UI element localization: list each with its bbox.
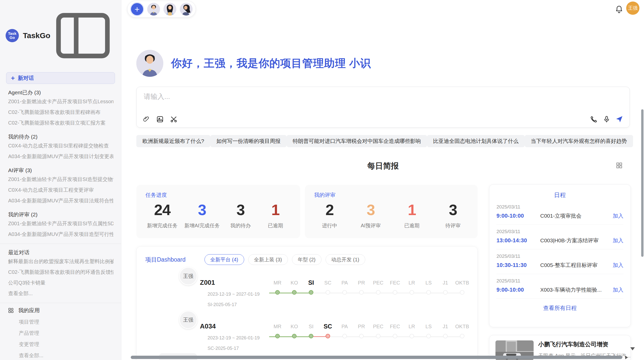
voice-call-icon[interactable] [590, 115, 598, 123]
milestone-label: FEC [387, 322, 403, 331]
event-join-link[interactable]: 加入 [613, 262, 623, 269]
new-chat-label: 新对话 [18, 74, 34, 82]
milestone-label: PEC [370, 278, 387, 287]
sidebar-section-header[interactable]: Agent已办 (3) [8, 89, 113, 96]
attach-file-icon[interactable] [142, 115, 150, 123]
milestone-label: OKTB [454, 278, 471, 287]
sidebar: Task Go TaskGo + 新对话 Agent已办 (3) Z001-全新… [0, 0, 121, 360]
schedule-event: 2025/03/11 9:00-10:00 X003-车辆动力学性能验... 加… [496, 274, 623, 299]
chat-input[interactable] [143, 92, 551, 108]
sidebar-task-item[interactable]: A034-全新新能源MUV产品开发项目造型可行性评审 [8, 229, 113, 239]
insert-image-icon[interactable] [156, 115, 164, 123]
sidebar-task-item[interactable]: Z001-全新燃油轻卡产品开发项目SI节点属性5D文件评审 [8, 218, 113, 229]
microphone-icon[interactable] [603, 115, 611, 123]
milestone-dot [393, 290, 397, 295]
sidebar-submenu-item[interactable]: 查看全部... [19, 350, 121, 360]
event-date: 2025/03/11 [496, 204, 623, 210]
stat-value: 3 [439, 201, 467, 219]
vertical-scrollbar[interactable] [641, 109, 643, 257]
event-join-link[interactable]: 加入 [613, 212, 623, 219]
milestone-label: OKTB [454, 322, 471, 331]
stat-cards: 任务进度 24 新增完成任务 3 新增AI完成任务 3 我的待办 1 已逾期 我… [136, 185, 478, 238]
project-dates: 2023-12-19 ~ 2026-01-19 [208, 335, 260, 341]
project-row[interactable]: 王强 Z001 2023-12-19 ~ 2027-01-19 SI-2025-… [145, 278, 470, 309]
agent-avatar[interactable] [147, 3, 160, 16]
collapse-sidebar-icon[interactable] [50, 3, 115, 68]
milestone: J1 [437, 322, 454, 338]
sidebar-menu-group: 我的应用 项目管理产品管理变更管理查看全部... [0, 305, 121, 360]
sidebar-recent-chat-item[interactable]: 查看全部... [8, 288, 113, 299]
notification-bell-icon[interactable] [614, 5, 624, 14]
sidebar-section: Agent已办 (3) Z001-全新燃油皮卡产品开发项目SI节点Lesson … [0, 89, 121, 128]
milestone-label: FEC [387, 278, 403, 287]
suggestion-chip[interactable]: 特朗普可能对进口汽车增税会对中国车企造成哪些影响 [287, 135, 427, 147]
event-join-link[interactable]: 加入 [613, 286, 623, 293]
sidebar-section-header[interactable]: AI评审 (3) [8, 167, 113, 174]
stat-value: 24 [147, 201, 178, 219]
sidebar-task-item[interactable]: A034-全新新能源MUV产品开发项目计划变更表编写 [8, 151, 113, 162]
project-code: A034 [200, 322, 269, 330]
project-owner-badge: 王强 [179, 311, 197, 329]
user-avatar[interactable]: 王强 [626, 2, 639, 15]
sidebar-recent-chat-item[interactable]: C02-飞腾新能源轻客改款项目的闭环通告反馈情况 [8, 267, 113, 277]
stat: 3 AI预评审 [357, 201, 385, 229]
sidebar-task-item[interactable]: Z001-全新燃油皮卡产品开发项目SI节点Lesson Learn报告 [8, 96, 113, 107]
agent-avatar[interactable] [180, 3, 193, 16]
sidebar-menu-item[interactable]: 我的应用 [8, 305, 113, 316]
milestone-dot [393, 334, 397, 338]
event-join-link[interactable]: 加入 [613, 237, 623, 244]
sidebar-recent-chat-item[interactable]: 公司Q3轻卡销量 [8, 277, 113, 288]
schedule-event: 2025/03/11 10:30-11:30 C005-整车工程目标评审 加入 [496, 249, 623, 274]
horizontal-scrollbar[interactable] [131, 356, 622, 359]
dashboard-filter-pill[interactable]: 全新上装 (3) [248, 254, 288, 265]
stat: 3 我的待办 [227, 201, 255, 229]
stat-card-title: 任务进度 [145, 191, 291, 199]
add-agent-button[interactable]: + [130, 3, 144, 16]
sidebar-section-title: Agent已办 (3) [8, 89, 113, 96]
sidebar-task-item[interactable]: A034-全新新能源MUV产品开发项目法规符合性评审 [8, 195, 113, 206]
sidebar-task-item[interactable]: Z001-全新燃油轻卡产品开发项目SI造型提交物评审 [8, 174, 113, 185]
scroll-down-arrow-icon[interactable] [630, 347, 635, 350]
sidebar-submenu-item[interactable]: 项目管理 [19, 316, 121, 327]
suggestion-chip[interactable]: 如何写一份清晰的项目周报 [210, 135, 287, 147]
stat-label: 我的待办 [227, 222, 255, 229]
dashboard-filter-pill[interactable]: 年型 (2) [292, 254, 321, 265]
sidebar-section-header[interactable]: 我的评审 (2) [8, 211, 113, 218]
sidebar-section-header[interactable]: 我的待办 (2) [8, 133, 113, 140]
stat: 3 新增AI完成任务 [184, 201, 220, 229]
suggestion-chip[interactable]: 欧洲新规最近颁布了什么? [136, 135, 210, 147]
event-date: 2025/03/11 [496, 253, 623, 259]
screenshot-icon[interactable] [170, 115, 178, 123]
sidebar-section-header[interactable]: 最近对话 [8, 249, 113, 256]
sidebar-task-item[interactable]: C02-飞腾新能源轻客改款项目里程碑画布 [8, 107, 113, 117]
dashboard-filter-pill[interactable]: 全新平台 (4) [204, 254, 244, 265]
milestone-label: PR [353, 278, 370, 287]
sidebar-task-item[interactable]: C02-飞腾新能源轻客改款项目立项汇报方案 [8, 117, 113, 128]
suggestion-chip[interactable]: 当下年轻人对汽车外观有怎样的喜好趋势 [525, 135, 633, 147]
event-time: 9:00-10:00 [496, 287, 540, 293]
project-row[interactable]: 王强 A034 2023-12-19 ~ 2026-01-19 SC-2025-… [145, 322, 470, 352]
view-all-schedule-link[interactable]: 查看所有日程 [496, 304, 623, 312]
sidebar-task-item[interactable]: C0X4-动力总成开发项目SI里程碑提交物检查 [8, 140, 113, 151]
milestone-dot [460, 290, 464, 295]
sidebar-submenu-item[interactable]: 变更管理 [19, 339, 121, 350]
stat-card: 我的评审 2 进行中 3 AI预评审 1 已逾期 3 待评审 [305, 185, 478, 238]
dashboard-filter-pill[interactable]: 动总开发 (1) [326, 254, 365, 265]
new-chat-button[interactable]: + 新对话 [6, 72, 115, 84]
stat: 1 已逾期 [261, 201, 289, 229]
milestone-label: SI [303, 278, 319, 287]
scroll-right-arrow-icon[interactable] [625, 356, 628, 359]
milestone-dot [326, 290, 330, 295]
event-time: 9:00-10:00 [496, 213, 540, 219]
stat-label: 待评审 [439, 222, 467, 229]
send-icon[interactable] [615, 115, 623, 123]
event-name: C005-整车工程目标评审 [540, 262, 613, 269]
event-time: 10:30-11:30 [496, 262, 540, 268]
suggestion-chip[interactable]: 比亚迪全固态电池计划具体说了什么 [427, 135, 525, 147]
agent-avatar[interactable] [164, 3, 176, 16]
layout-grid-icon[interactable] [616, 162, 623, 169]
milestone: OKTB [454, 278, 471, 295]
sidebar-recent-chat-item[interactable]: 解释最新出台的欧盟报废车法规再生塑料比例被调至15%... [8, 256, 113, 267]
sidebar-submenu-item[interactable]: 产品管理 [19, 327, 121, 339]
sidebar-task-item[interactable]: C0X4-动力总成开发项目工程变更评审 [8, 185, 113, 195]
